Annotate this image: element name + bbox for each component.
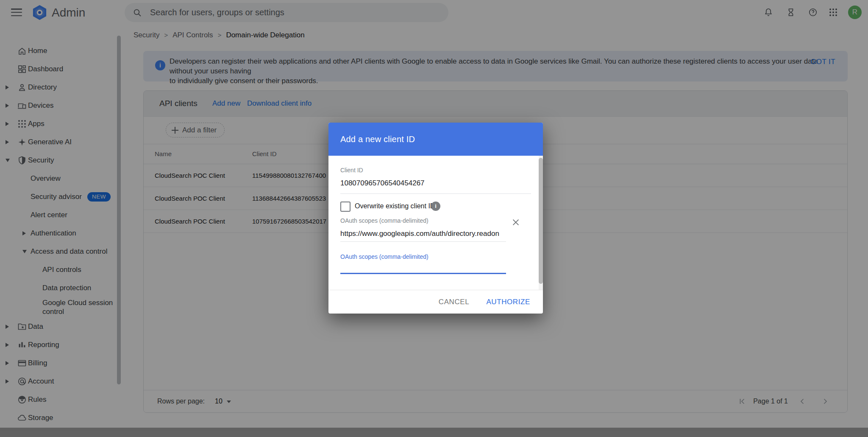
client-id-input[interactable] <box>340 179 531 188</box>
oauth-scopes-underline <box>340 241 506 242</box>
oauth-scopes-input-2[interactable] <box>340 264 506 274</box>
client-id-underline <box>340 193 531 194</box>
authorize-button[interactable]: AUTHORIZE <box>485 295 531 309</box>
dialog-title: Add a new client ID <box>340 123 415 156</box>
close-icon[interactable] <box>510 216 522 228</box>
oauth-scopes-label: OAuth scopes (comma-delimited) <box>340 217 428 224</box>
client-id-label: Client ID <box>340 167 363 174</box>
dialog-scrollbar-thumb[interactable] <box>539 158 543 284</box>
dialog-footer: CANCEL AUTHORIZE <box>328 290 543 314</box>
overwrite-checkbox[interactable] <box>340 202 351 212</box>
overwrite-info-icon[interactable] <box>431 202 440 211</box>
add-client-id-dialog: Add a new client ID Client ID Overwrite … <box>328 123 543 314</box>
oauth-scopes-input[interactable] <box>340 229 506 238</box>
focused-field-underline <box>340 273 506 274</box>
cancel-button[interactable]: CANCEL <box>438 295 470 309</box>
overwrite-label: Overwrite existing client ID <box>355 202 435 210</box>
dialog-header: Add a new client ID <box>328 123 543 156</box>
oauth-scopes-label-2: OAuth scopes (comma-delimited) <box>340 253 428 260</box>
